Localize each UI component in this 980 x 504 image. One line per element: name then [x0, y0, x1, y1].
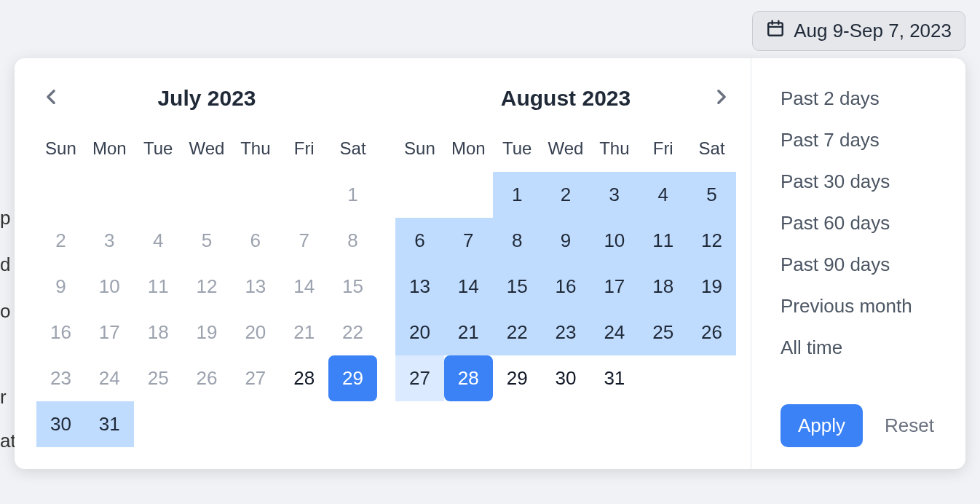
action-row: Apply Reset — [781, 404, 944, 447]
calendar-day[interactable]: 2 — [542, 172, 590, 218]
calendar-day[interactable]: 18 — [134, 310, 183, 355]
calendar-day[interactable]: 29 — [493, 355, 542, 401]
calendar-day[interactable]: 23 — [36, 355, 85, 401]
calendar-day[interactable]: 13 — [231, 264, 280, 310]
date-range-trigger[interactable]: Aug 9-Sep 7, 2023 — [752, 11, 965, 51]
apply-button[interactable]: Apply — [781, 404, 863, 447]
calendars-container: July 2023SunMonTueWedThuFriSat1234567891… — [15, 58, 751, 469]
calendar-day[interactable]: 7 — [444, 218, 493, 264]
calendar-day[interactable]: 19 — [687, 264, 736, 310]
calendar-day[interactable]: 19 — [183, 310, 232, 355]
calendar-day[interactable]: 21 — [280, 310, 328, 355]
preset-option[interactable]: Past 2 days — [781, 87, 944, 110]
calendar-day[interactable]: 7 — [280, 218, 328, 264]
preset-option[interactable]: Past 30 days — [781, 170, 944, 193]
next-month-button[interactable] — [707, 84, 736, 113]
dow-header: Sat — [687, 131, 736, 172]
calendar-day[interactable]: 30 — [542, 355, 590, 401]
calendar-day[interactable]: 20 — [231, 310, 280, 355]
preset-option[interactable]: Past 90 days — [781, 253, 944, 276]
calendar-empty-cell — [687, 355, 736, 401]
calendar-day[interactable]: 11 — [134, 264, 183, 310]
dow-header: Mon — [85, 131, 134, 172]
calendar-day[interactable]: 20 — [395, 310, 444, 355]
calendar-day[interactable]: 2 — [36, 218, 85, 264]
calendar-day[interactable]: 12 — [183, 264, 232, 310]
dow-header: Thu — [590, 131, 639, 172]
calendar-day[interactable]: 6 — [231, 218, 280, 264]
calendar-day[interactable]: 4 — [639, 172, 687, 218]
preset-option[interactable]: Previous month — [781, 295, 944, 318]
calendar-day[interactable]: 10 — [590, 218, 639, 264]
calendar-day[interactable]: 26 — [687, 310, 736, 355]
calendar-empty-cell — [36, 172, 85, 218]
calendar-day[interactable]: 25 — [134, 355, 183, 401]
calendar-day[interactable]: 31 — [85, 401, 134, 447]
calendar-day[interactable]: 1 — [493, 172, 542, 218]
dow-header: Mon — [444, 131, 493, 172]
calendar-day[interactable]: 13 — [395, 264, 444, 310]
calendar-day[interactable]: 5 — [687, 172, 736, 218]
calendar-day[interactable]: 24 — [85, 355, 134, 401]
calendar-day[interactable]: 3 — [85, 218, 134, 264]
bg-text: p — [0, 207, 10, 229]
calendar-empty-cell — [85, 172, 134, 218]
calendar-day[interactable]: 4 — [134, 218, 183, 264]
calendar-day[interactable]: 25 — [639, 310, 687, 355]
calendar-day[interactable]: 27 — [395, 355, 444, 401]
calendar-month: July 2023SunMonTueWedThuFriSat1234567891… — [36, 80, 377, 447]
prev-month-button[interactable] — [36, 84, 66, 113]
preset-option[interactable]: Past 7 days — [781, 129, 944, 151]
calendar-day[interactable]: 31 — [590, 355, 639, 401]
dow-header: Tue — [134, 131, 183, 172]
dow-header: Wed — [542, 131, 590, 172]
calendar-day[interactable]: 9 — [542, 218, 590, 264]
calendar-day[interactable]: 24 — [590, 310, 639, 355]
calendar-day[interactable]: 26 — [183, 355, 232, 401]
calendar-day[interactable]: 10 — [85, 264, 134, 310]
calendar-day[interactable]: 27 — [231, 355, 280, 401]
dow-header: Tue — [493, 131, 542, 172]
calendar-day[interactable]: 16 — [542, 264, 590, 310]
svg-rect-0 — [768, 23, 783, 35]
reset-button[interactable]: Reset — [885, 414, 934, 437]
calendar-empty-cell — [134, 172, 183, 218]
calendar-grid: SunMonTueWedThuFriSat1234567891011121314… — [36, 131, 377, 447]
calendar-day[interactable]: 15 — [328, 264, 377, 310]
calendar-day[interactable]: 8 — [328, 218, 377, 264]
calendar-day[interactable]: 22 — [328, 310, 377, 355]
calendar-day[interactable]: 17 — [590, 264, 639, 310]
calendar-day[interactable]: 16 — [36, 310, 85, 355]
preset-option[interactable]: All time — [781, 336, 944, 359]
calendar-empty-cell — [280, 172, 328, 218]
calendar-day[interactable]: 15 — [493, 264, 542, 310]
calendar-empty-cell — [231, 172, 280, 218]
preset-option[interactable]: Past 60 days — [781, 212, 944, 235]
calendar-day[interactable]: 8 — [493, 218, 542, 264]
calendar-day[interactable]: 14 — [280, 264, 328, 310]
calendar-day[interactable]: 21 — [444, 310, 493, 355]
calendar-day[interactable]: 5 — [183, 218, 232, 264]
calendar-day[interactable]: 30 — [36, 401, 85, 447]
calendar-day[interactable]: 14 — [444, 264, 493, 310]
calendar-day[interactable]: 11 — [639, 218, 687, 264]
calendar-day[interactable]: 18 — [639, 264, 687, 310]
calendar-empty-cell — [183, 172, 232, 218]
calendar-day[interactable]: 6 — [395, 218, 444, 264]
calendar-day[interactable]: 29 — [328, 355, 377, 401]
preset-list: Past 2 daysPast 7 daysPast 30 daysPast 6… — [781, 87, 944, 390]
calendar-title: August 2023 — [501, 86, 631, 111]
calendar-day[interactable]: 17 — [85, 310, 134, 355]
dow-header: Thu — [231, 131, 280, 172]
dow-header: Sun — [36, 131, 85, 172]
calendar-empty-cell — [328, 401, 377, 447]
calendar-day[interactable]: 1 — [328, 172, 377, 218]
calendar-day[interactable]: 28 — [444, 355, 493, 401]
calendar-day[interactable]: 3 — [590, 172, 639, 218]
calendar-day[interactable]: 12 — [687, 218, 736, 264]
calendar-day[interactable]: 9 — [36, 264, 85, 310]
calendar-day[interactable]: 22 — [493, 310, 542, 355]
calendar-day[interactable]: 28 — [280, 355, 328, 401]
calendar-day[interactable]: 23 — [542, 310, 590, 355]
calendar-header: August 2023 — [395, 80, 736, 117]
